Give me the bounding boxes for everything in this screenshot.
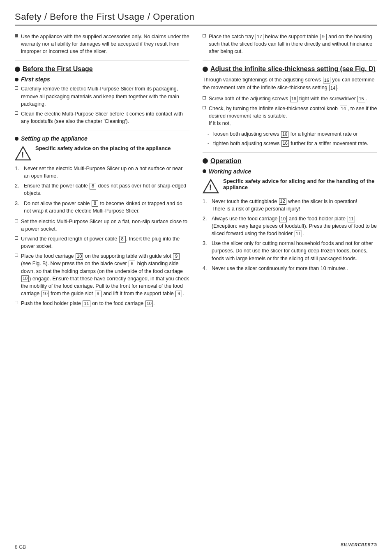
op-item-4: 4. Never use the slicer continuously for… — [203, 265, 377, 272]
operation-title: Operation — [203, 157, 377, 165]
adjust-b1-text: Screw both of the adjusting screws 16 ti… — [209, 95, 367, 102]
ref-10c: 10 — [42, 291, 49, 297]
ref-6: 6 — [129, 261, 135, 267]
op-1-text: Never touch the cuttingblade 12 when the… — [212, 198, 357, 213]
ref-8b: 8 — [92, 200, 98, 207]
adjust-bullet-2: Check, by turning the infinite slice-thi… — [203, 105, 377, 127]
page-footer: 8 GB SILVERCREST® — [15, 540, 377, 551]
sq-icon — [15, 254, 18, 257]
section-bullet-3 — [203, 158, 208, 164]
op-item-2: 2. Always use the food carriage 10 and t… — [203, 215, 377, 237]
ref-14a: 14 — [329, 85, 337, 91]
adjust-dash-list: loosen both adjusting screws 16 for a li… — [203, 130, 377, 147]
page-number: 8 GB — [15, 544, 26, 550]
section-bullet-2 — [203, 67, 208, 72]
ref-10e: 10 — [279, 216, 287, 222]
left-column: Use the appliance with the supplied acce… — [15, 33, 189, 310]
first-step-1: Carefully remove the electric Multi-Purp… — [15, 85, 189, 107]
section-bullet — [15, 67, 20, 72]
page: Safety / Before the First Usage / Operat… — [0, 0, 392, 557]
op-4-text: Never use the slicer continuously for mo… — [212, 265, 348, 272]
sq-icon — [15, 111, 18, 115]
divider-1 — [15, 60, 189, 60]
sub-bullet-2 — [15, 137, 18, 141]
ref-9d: 9 — [320, 34, 327, 40]
before-first-usage-title: Before the First Usage — [15, 65, 189, 73]
adjust-bullet-list: Screw both of the adjusting screws 16 ti… — [203, 95, 377, 127]
ref-11c: 11 — [295, 231, 302, 237]
setup-b2-text: Unwind the required length of power cabl… — [21, 235, 189, 250]
ref-17: 17 — [256, 34, 263, 40]
catch-tray-text: Place the catch tray 17 below the suppor… — [209, 33, 377, 55]
ref-9c: 9 — [175, 291, 182, 297]
first-step-2: Clean the electric Multi-Purpose Slicer … — [15, 110, 189, 125]
first-steps-title: First steps — [15, 76, 189, 83]
safety-intro-text: Use the appliance with the supplied acce… — [21, 33, 189, 55]
sq-icon — [15, 301, 18, 304]
adjust-dash-2: tighten both adjusting screws 16 further… — [208, 140, 377, 147]
setup-item-3: 3. Do not allow the power cable 8 to bec… — [15, 200, 189, 215]
setup-b1-text: Set the electric Multi-Purpose Slicer up… — [21, 218, 189, 233]
first-steps-list: Carefully remove the electric Multi-Purp… — [15, 85, 189, 125]
ref-9a: 9 — [173, 253, 180, 260]
ref-14b: 14 — [340, 106, 347, 112]
divider-2 — [15, 130, 189, 130]
setup-item-1: 1. Never set the electric Multi-Purpose … — [15, 165, 189, 180]
ref-16b: 16 — [290, 96, 297, 102]
ref-8a: 8 — [90, 183, 96, 190]
setup-bullet-3: Place the food carriage 10 on the suppor… — [15, 252, 189, 297]
op-item-1: 1. Never touch the cuttingblade 12 when … — [203, 198, 377, 213]
ref-16a: 16 — [323, 77, 330, 83]
first-step-2-text: Clean the electric Multi-Purpose Slicer … — [21, 110, 189, 125]
sq-icon — [203, 34, 206, 37]
setup-bullet-list: Set the electric Multi-Purpose Slicer up… — [15, 218, 189, 307]
setting-up-title: Setting up the appliance — [15, 135, 189, 142]
sq-icon — [203, 106, 206, 109]
safety-text-block: Specific safety advice on the placing of… — [35, 145, 171, 151]
first-step-1-text: Carefully remove the electric Multi-Purp… — [21, 85, 189, 107]
setup-1-text: Never set the electric Multi-Purpose Sli… — [24, 165, 189, 180]
warning-triangle-icon-2: ! — [203, 178, 219, 194]
working-advice-title: Working advice — [203, 168, 377, 175]
safety-warning-box: ! Specific safety advice on the placing … — [15, 145, 189, 162]
ref-10b: 10 — [21, 275, 29, 282]
ref-10d: 10 — [145, 300, 153, 307]
adjust-intro: Through variable tightenings of the adju… — [203, 76, 377, 92]
warning-triangle-icon: ! — [15, 145, 31, 162]
ref-16c: 16 — [281, 131, 288, 138]
op-3-text: Use the slicer only for cutting normal h… — [212, 240, 377, 262]
main-content: Use the appliance with the supplied acce… — [15, 33, 377, 310]
operation-numbered-list: 1. Never touch the cuttingblade 12 when … — [203, 198, 377, 272]
sq-icon — [15, 86, 18, 90]
safety-advice-title: Specific safety advice on the placing of… — [35, 145, 171, 151]
catch-tray-item: Place the catch tray 17 below the suppor… — [203, 33, 377, 55]
sq-icon — [15, 236, 18, 240]
page-title: Safety / Before the First Usage / Operat… — [15, 12, 377, 22]
svg-text:!: ! — [21, 150, 24, 159]
sub-bullet-3 — [203, 169, 206, 173]
setup-numbered-list: 1. Never set the electric Multi-Purpose … — [15, 165, 189, 215]
adjust-b2-text: Check, by turning the infinite slice-thi… — [209, 105, 377, 127]
op-2-text: Always use the food carriage 10 and the … — [212, 215, 377, 237]
operation-safety-title: Specific safety advice for slicing and f… — [223, 178, 377, 190]
setup-item-2: 2. Ensure that the power cable 8 does no… — [15, 182, 189, 197]
setup-3-text: Do not allow the power cable 8 to become… — [24, 200, 189, 215]
safety-intro-list: Use the appliance with the supplied acce… — [15, 33, 189, 55]
divider-3 — [203, 60, 377, 60]
ref-12: 12 — [279, 198, 286, 205]
safety-intro-item: Use the appliance with the supplied acce… — [15, 33, 189, 55]
setup-bullet-2: Unwind the required length of power cabl… — [15, 235, 189, 250]
setup-b3-text: Place the food carriage 10 on the suppor… — [21, 252, 189, 297]
bullet-icon — [15, 34, 18, 37]
setup-b4-text: Push the food holder plate 11 on to the … — [21, 300, 154, 307]
ref-11a: 11 — [83, 300, 90, 307]
adjust-dash-1: loosen both adjusting screws 16 for a li… — [208, 130, 377, 138]
divider-4 — [203, 152, 377, 153]
catch-tray-list: Place the catch tray 17 below the suppor… — [203, 33, 377, 55]
sq-icon — [15, 219, 18, 222]
ref-10a: 10 — [76, 253, 83, 260]
operation-safety-text-block: Specific safety advice for slicing and f… — [223, 178, 377, 190]
setup-bullet-1: Set the electric Multi-Purpose Slicer up… — [15, 218, 189, 233]
sq-icon — [203, 96, 206, 99]
ref-16d: 16 — [281, 140, 289, 147]
